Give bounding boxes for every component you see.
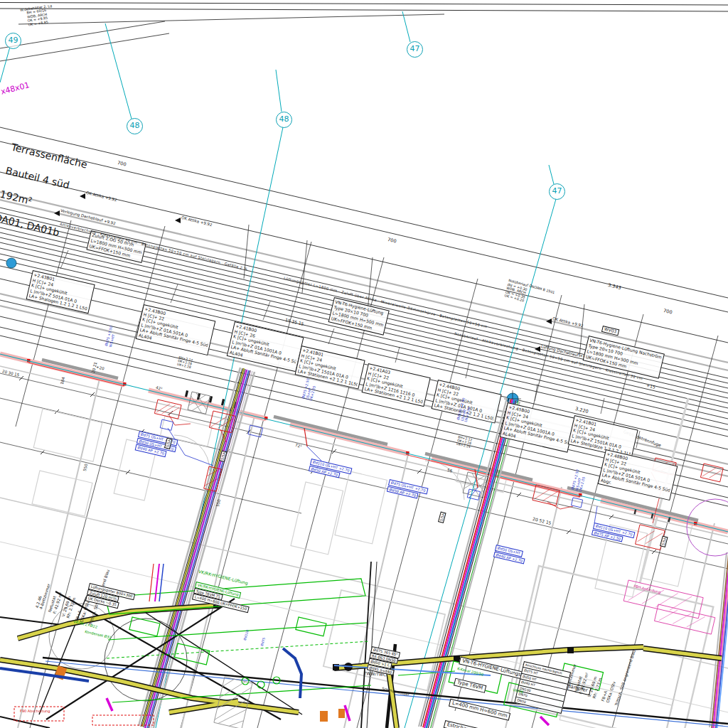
grid-bubble-48b: 48	[276, 112, 292, 128]
duct-column-1	[139, 368, 255, 728]
f90-label: F90 Abschottung	[20, 710, 50, 714]
grid-bubble-47a: 47	[407, 41, 423, 58]
grid-bubble-47b: 47	[549, 183, 565, 200]
upper-wing-lines	[0, 14, 444, 61]
grid-bubble-49: 49	[5, 33, 21, 49]
dim-56: 56	[447, 468, 453, 473]
area-label-line2: Bauteil 4 süd	[4, 165, 82, 195]
grid-leader-lines	[0, 11, 728, 728]
right-edge-bundle	[710, 552, 728, 728]
top-border-lines	[0, 3, 728, 12]
grid-bubble-48a: 48	[127, 118, 143, 134]
area-label-line1: Terrassenfläche	[10, 141, 88, 171]
cad-drawing-canvas[interactable]: 49 48 48 47 47 Terrassenfläche Bauteil 4…	[0, 0, 728, 728]
